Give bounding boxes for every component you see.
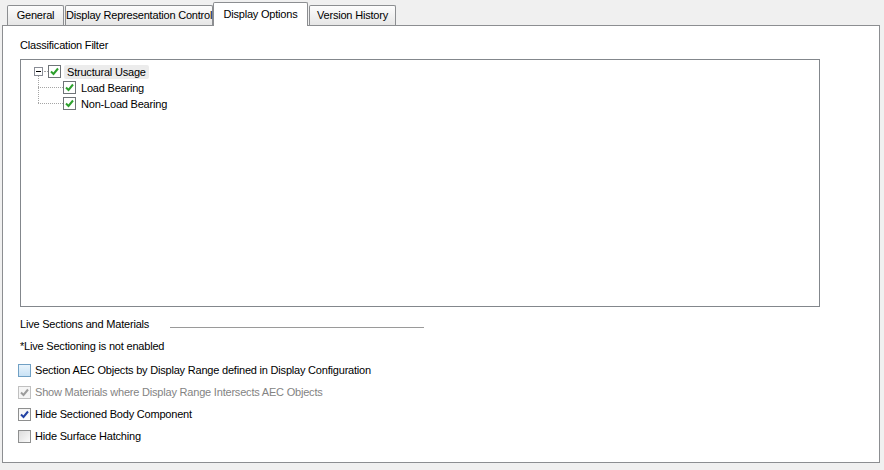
classification-filter-tree: Structural Usage Load Bearing Non-Load B…: [20, 59, 820, 307]
tree-item-load-bearing[interactable]: Load Bearing: [21, 81, 819, 95]
checkbox-load-bearing[interactable]: [63, 81, 76, 94]
checkbox-hide-surface-hatching[interactable]: [18, 430, 31, 443]
tab-version-history[interactable]: Version History: [309, 5, 396, 25]
tree-item-non-load-bearing[interactable]: Non-Load Bearing: [21, 97, 819, 111]
live-sectioning-status-note: *Live Sectioning is not enabled: [20, 340, 164, 353]
check-icon: [49, 66, 60, 77]
option-label: Hide Surface Hatching: [35, 430, 141, 443]
tab-display-representation-control[interactable]: Display Representation Control: [65, 5, 213, 25]
display-properties-dialog: General Display Representation Control D…: [0, 0, 884, 470]
tree-connector: [38, 87, 63, 88]
option-label: Show Materials where Display Range Inter…: [35, 386, 323, 399]
checkbox-section-aec-objects[interactable]: [18, 364, 31, 377]
checkbox-non-load-bearing[interactable]: [63, 97, 76, 110]
check-icon: [64, 98, 75, 109]
section-divider: [170, 327, 424, 328]
tree-item-label: Structural Usage: [64, 65, 149, 79]
tree-item-label: Load Bearing: [81, 81, 144, 95]
checkbox-hide-sectioned-body[interactable]: [18, 408, 31, 421]
tab-display-options[interactable]: Display Options: [213, 2, 308, 26]
option-label: Section AEC Objects by Display Range def…: [35, 364, 371, 377]
classification-filter-label: Classification Filter: [20, 39, 108, 52]
check-icon: [19, 409, 30, 420]
checkbox-show-materials: [18, 386, 31, 399]
tree-item-structural-usage[interactable]: Structural Usage: [21, 65, 819, 79]
option-label: Hide Sectioned Body Component: [35, 408, 192, 421]
check-icon: [64, 82, 75, 93]
tree-connector: [38, 103, 63, 104]
checkbox-structural-usage[interactable]: [48, 65, 61, 78]
check-icon: [19, 387, 30, 398]
live-sections-label: Live Sections and Materials: [20, 318, 149, 331]
collapse-toggle-minus-icon[interactable]: [34, 67, 43, 76]
tab-general[interactable]: General: [7, 5, 64, 25]
tree-item-label: Non-Load Bearing: [81, 97, 167, 111]
